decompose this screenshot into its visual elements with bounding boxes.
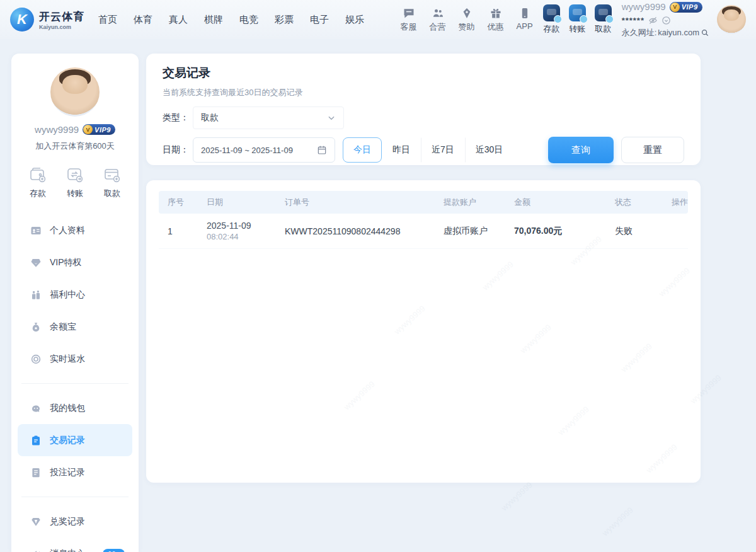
- withdraw-label: 取款: [595, 23, 611, 35]
- message-count-badge: 99+: [103, 549, 125, 552]
- promotions-label: 优惠: [488, 21, 504, 33]
- partners-label: 合营: [430, 21, 446, 33]
- col-amount: 金额: [505, 197, 606, 208]
- deposit-button[interactable]: 存款: [543, 4, 560, 35]
- transfer-button[interactable]: 转账: [569, 4, 586, 35]
- col-index: 序号: [159, 197, 198, 208]
- user-avatar[interactable]: [717, 5, 746, 34]
- quick-range-group: 今日 昨日 近7日 近30日: [343, 137, 513, 163]
- brand-name: 开云体育: [39, 9, 84, 24]
- range-7days-button[interactable]: 近7日: [421, 137, 465, 163]
- date-range-input[interactable]: 2025-11-09 ~ 2025-11-09: [193, 137, 335, 163]
- gift-icon: [490, 7, 502, 20]
- sidebar-transfer-label: 转账: [67, 188, 83, 199]
- row-account: 虚拟币账户: [435, 226, 505, 237]
- magnifier-icon[interactable]: [701, 28, 709, 37]
- sidebar-withdraw-label: 取款: [104, 188, 120, 199]
- menu-item-betting-records[interactable]: 投注记录: [11, 456, 139, 488]
- transfer-arrows-icon: [66, 166, 84, 183]
- vip-shield-icon: V: [670, 3, 680, 12]
- sponsor-diamond-icon: [461, 7, 473, 20]
- promotions-button[interactable]: 优惠: [488, 7, 504, 33]
- reset-button[interactable]: 重置: [621, 137, 684, 163]
- menu-item-rebate[interactable]: 实时返水: [11, 343, 139, 375]
- sidebar-menu: 个人资料 VIP特权 福利中心 余额宝 实时返水 我的钱包 交易记录: [11, 214, 139, 552]
- welfare-icon: [30, 289, 42, 301]
- nav-home[interactable]: 首页: [98, 14, 117, 26]
- brand-domain: Kaiyun.com: [39, 24, 84, 30]
- date-range-value: 2025-11-09 ~ 2025-11-09: [201, 146, 293, 155]
- app-label: APP: [517, 21, 533, 31]
- menu-label-prize-records: 兑奖记录: [50, 516, 85, 527]
- search-button[interactable]: 查询: [548, 137, 614, 163]
- nav-entertainment[interactable]: 娱乐: [345, 14, 364, 26]
- menu-label-wallet: 我的钱包: [50, 403, 85, 414]
- vip-level-label: VIP9: [682, 2, 698, 13]
- username[interactable]: wywy9999: [622, 0, 666, 14]
- col-date: 日期: [198, 197, 276, 208]
- watermark-text: wywy9999: [600, 505, 635, 538]
- sidebar-deposit-label: 存款: [30, 188, 46, 199]
- menu-item-welfare[interactable]: 福利中心: [11, 279, 139, 311]
- withdraw-button[interactable]: 取款: [595, 4, 612, 35]
- app-download-button[interactable]: APP: [517, 7, 533, 33]
- brand-mark-icon: K: [10, 8, 34, 32]
- header-user-info: wywy9999 V VIP9 ****** 永久网址: kaiyun.com: [622, 0, 709, 39]
- megaphone-icon: [30, 548, 42, 552]
- row-index: 1: [159, 226, 198, 236]
- row-date: 2025-11-09 08:02:44: [198, 221, 276, 241]
- sidebar-quick-actions: 存款 转账 取款: [11, 166, 139, 199]
- refresh-circle-icon[interactable]: [662, 16, 671, 25]
- transfer-label: 转账: [569, 23, 585, 35]
- deposit-label: 存款: [543, 23, 559, 35]
- brand-logo[interactable]: K 开云体育 Kaiyun.com: [10, 8, 84, 32]
- sidebar-avatar[interactable]: [50, 67, 100, 117]
- gem-icon: [30, 257, 42, 268]
- withdraw-icon: [595, 4, 612, 21]
- menu-item-vip[interactable]: VIP特权: [11, 246, 139, 279]
- menu-item-transactions[interactable]: 交易记录: [18, 424, 132, 456]
- sidebar-vip-shield-icon: V: [83, 125, 93, 134]
- sponsor-button[interactable]: 赞助: [459, 7, 475, 33]
- chat-icon: [403, 7, 415, 20]
- customer-service-button[interactable]: 客服: [401, 7, 417, 33]
- type-select[interactable]: 取款: [193, 106, 344, 129]
- menu-item-message-center[interactable]: 消息中心 99+: [11, 538, 139, 552]
- date-label: 日期：: [163, 144, 193, 156]
- menu-item-yuebao[interactable]: 余额宝: [11, 311, 139, 343]
- table-row: 1 2025-11-09 08:02:44 KWWT20251109080244…: [159, 214, 688, 249]
- header-wallet-actions: 存款 转账 取款: [543, 4, 612, 35]
- sidebar-transfer-button[interactable]: 转账: [66, 166, 84, 199]
- clipboard-icon: [30, 435, 42, 446]
- wallet-icon: [29, 166, 47, 183]
- nav-esports[interactable]: 电竞: [239, 14, 258, 26]
- menu-item-prize-records[interactable]: 兑奖记录: [11, 505, 139, 538]
- phone-icon: [518, 7, 531, 20]
- id-card-icon: [30, 225, 42, 236]
- col-order-no: 订单号: [276, 197, 435, 208]
- deposit-icon: [543, 4, 560, 21]
- menu-label-betting-records: 投注记录: [50, 467, 85, 478]
- sidebar-deposit-button[interactable]: 存款: [29, 166, 47, 199]
- menu-item-profile[interactable]: 个人资料: [11, 214, 139, 246]
- nav-sports[interactable]: 体育: [134, 14, 152, 26]
- nav-live[interactable]: 真人: [169, 14, 188, 26]
- piggy-bank-icon: [30, 403, 42, 414]
- transfer-icon: [569, 4, 586, 21]
- range-yesterday-button[interactable]: 昨日: [382, 137, 421, 163]
- filter-card: 交易记录 当前系统支持查询最近30日的交易记录 类型： 取款 日期： 2025-…: [146, 54, 701, 165]
- sidebar-withdraw-button[interactable]: 取款: [103, 166, 121, 199]
- menu-label-yuebao: 余额宝: [50, 321, 76, 333]
- row-date-time: 08:02:44: [207, 232, 276, 241]
- menu-item-wallet[interactable]: 我的钱包: [11, 392, 139, 424]
- permanent-url: kaiyun.com: [658, 26, 699, 39]
- nav-lottery[interactable]: 彩票: [275, 14, 294, 26]
- sidebar-username: wywy9999: [35, 124, 79, 135]
- nav-board-games[interactable]: 棋牌: [204, 14, 223, 26]
- row-date-day: 2025-11-09: [207, 221, 276, 231]
- range-today-button[interactable]: 今日: [343, 137, 382, 163]
- partners-button[interactable]: 合营: [430, 7, 446, 33]
- eye-off-icon[interactable]: [648, 16, 658, 25]
- range-30days-button[interactable]: 近30日: [465, 137, 514, 163]
- nav-slots[interactable]: 电子: [310, 14, 329, 26]
